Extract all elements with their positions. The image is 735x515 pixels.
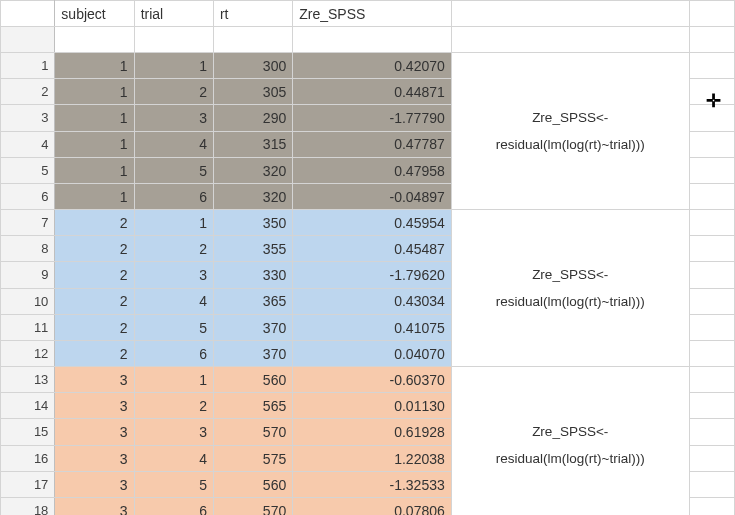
- cell-rt[interactable]: 370: [213, 341, 292, 367]
- row-header-blank[interactable]: [1, 27, 55, 53]
- cell-extra[interactable]: [689, 53, 734, 79]
- cell-zre[interactable]: 0.61928: [293, 419, 452, 446]
- cell-rt[interactable]: 370: [213, 315, 292, 341]
- cell-subject[interactable]: 2: [55, 341, 134, 367]
- cell-rt[interactable]: 570: [213, 419, 292, 446]
- cell-trial[interactable]: 3: [134, 419, 213, 446]
- row-header[interactable]: 8: [1, 236, 55, 262]
- cell-subject[interactable]: 1: [55, 131, 134, 158]
- cell-rt[interactable]: 305: [213, 79, 292, 105]
- cell-subject[interactable]: 1: [55, 79, 134, 105]
- formula-cell-continued[interactable]: residual(lm(log(rt)~trial))): [451, 288, 689, 315]
- col-header-formula[interactable]: [451, 1, 689, 27]
- cell-trial[interactable]: 3: [134, 262, 213, 289]
- cell-subject[interactable]: 1: [55, 158, 134, 184]
- cell-subject[interactable]: 3: [55, 445, 134, 472]
- cell-extra[interactable]: [689, 262, 734, 289]
- cell-rt[interactable]: 290: [213, 105, 292, 132]
- cell-blank[interactable]: [689, 27, 734, 53]
- col-header-subject[interactable]: subject: [55, 1, 134, 27]
- cell-trial[interactable]: 2: [134, 79, 213, 105]
- cell-zre[interactable]: 0.42070: [293, 53, 452, 79]
- cell-extra[interactable]: [689, 341, 734, 367]
- formula-cell-continued[interactable]: [451, 341, 689, 367]
- cell-blank[interactable]: [213, 27, 292, 53]
- formula-cell-continued[interactable]: residual(lm(log(rt)~trial))): [451, 131, 689, 158]
- row-header[interactable]: 1: [1, 53, 55, 79]
- cell-zre[interactable]: -0.60370: [293, 367, 452, 393]
- row-header[interactable]: 10: [1, 288, 55, 315]
- cell-extra[interactable]: [689, 393, 734, 419]
- cell-subject[interactable]: 3: [55, 367, 134, 393]
- cell-subject[interactable]: 3: [55, 498, 134, 515]
- cell-zre[interactable]: -1.79620: [293, 262, 452, 289]
- formula-cell-continued[interactable]: Zre_SPSS<-: [451, 262, 689, 289]
- cell-extra[interactable]: [689, 315, 734, 341]
- corner-cell[interactable]: [1, 1, 55, 27]
- col-header-zre[interactable]: Zre_SPSS: [293, 1, 452, 27]
- row-header[interactable]: 16: [1, 445, 55, 472]
- cell-trial[interactable]: 2: [134, 393, 213, 419]
- cell-rt[interactable]: 355: [213, 236, 292, 262]
- col-header-trial[interactable]: trial: [134, 1, 213, 27]
- cell-rt[interactable]: 575: [213, 445, 292, 472]
- cell-blank[interactable]: [55, 27, 134, 53]
- cell-rt[interactable]: 570: [213, 498, 292, 515]
- formula-cell-continued[interactable]: [451, 315, 689, 341]
- cell-zre[interactable]: 0.47958: [293, 158, 452, 184]
- cell-trial[interactable]: 6: [134, 184, 213, 210]
- formula-cell-continued[interactable]: Zre_SPSS<-: [451, 419, 689, 446]
- col-header-extra[interactable]: [689, 1, 734, 27]
- cell-subject[interactable]: 2: [55, 236, 134, 262]
- cell-trial[interactable]: 6: [134, 498, 213, 515]
- cell-trial[interactable]: 4: [134, 445, 213, 472]
- formula-cell-continued[interactable]: [451, 498, 689, 515]
- row-header[interactable]: 9: [1, 262, 55, 289]
- row-header[interactable]: 2: [1, 79, 55, 105]
- cell-subject[interactable]: 1: [55, 53, 134, 79]
- cell-trial[interactable]: 3: [134, 105, 213, 132]
- cell-trial[interactable]: 6: [134, 341, 213, 367]
- cell-zre[interactable]: 0.01130: [293, 393, 452, 419]
- cell-trial[interactable]: 2: [134, 236, 213, 262]
- formula-cell[interactable]: [451, 210, 689, 236]
- cell-subject[interactable]: 2: [55, 288, 134, 315]
- cell-trial[interactable]: 1: [134, 367, 213, 393]
- formula-cell-continued[interactable]: [451, 472, 689, 498]
- cell-rt[interactable]: 565: [213, 393, 292, 419]
- cell-zre[interactable]: 0.47787: [293, 131, 452, 158]
- row-header[interactable]: 4: [1, 131, 55, 158]
- cell-subject[interactable]: 2: [55, 315, 134, 341]
- formula-cell-continued[interactable]: [451, 393, 689, 419]
- cell-extra[interactable]: [689, 472, 734, 498]
- cell-trial[interactable]: 4: [134, 288, 213, 315]
- row-header[interactable]: 11: [1, 315, 55, 341]
- row-header[interactable]: 12: [1, 341, 55, 367]
- cell-subject[interactable]: 3: [55, 419, 134, 446]
- formula-cell-continued[interactable]: Zre_SPSS<-: [451, 105, 689, 132]
- cell-extra[interactable]: [689, 158, 734, 184]
- cell-subject[interactable]: 2: [55, 262, 134, 289]
- row-header[interactable]: 6: [1, 184, 55, 210]
- row-header[interactable]: 3: [1, 105, 55, 132]
- cell-subject[interactable]: 3: [55, 472, 134, 498]
- cell-trial[interactable]: 5: [134, 315, 213, 341]
- cell-blank[interactable]: [134, 27, 213, 53]
- cell-extra[interactable]: [689, 445, 734, 472]
- row-header[interactable]: 15: [1, 419, 55, 446]
- cell-extra[interactable]: [689, 236, 734, 262]
- cell-blank[interactable]: [293, 27, 452, 53]
- cell-rt[interactable]: 350: [213, 210, 292, 236]
- spreadsheet-grid[interactable]: subject trial rt Zre_SPSS 1113000.420702…: [0, 0, 735, 515]
- formula-cell-continued[interactable]: residual(lm(log(rt)~trial))): [451, 445, 689, 472]
- formula-cell-continued[interactable]: [451, 79, 689, 105]
- cell-zre[interactable]: -1.32533: [293, 472, 452, 498]
- cell-extra[interactable]: [689, 210, 734, 236]
- cell-zre[interactable]: -1.77790: [293, 105, 452, 132]
- cell-zre[interactable]: -0.04897: [293, 184, 452, 210]
- formula-cell[interactable]: [451, 367, 689, 393]
- cell-subject[interactable]: 1: [55, 105, 134, 132]
- cell-zre[interactable]: 0.04070: [293, 341, 452, 367]
- cell-rt[interactable]: 300: [213, 53, 292, 79]
- cell-blank[interactable]: [451, 27, 689, 53]
